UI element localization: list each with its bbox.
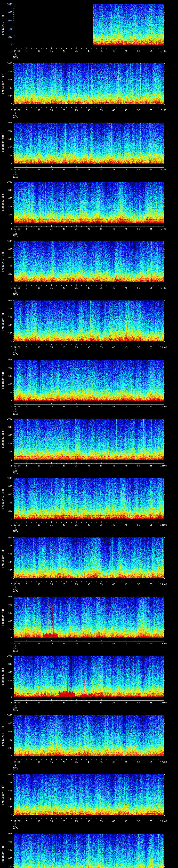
y-tick-label: 0 (4, 281, 12, 283)
y-tick-label: 800 (4, 189, 12, 191)
x-end-time-label: 5:00 (161, 50, 166, 52)
y-tick-label: 1000 (4, 3, 12, 5)
x-tick-label: 20 (63, 227, 65, 230)
x-end-time-label: 12:00 (160, 465, 167, 467)
x-tick-label: 10 (38, 227, 40, 230)
x-end-time-label: 11:00 (160, 405, 167, 408)
x-tick-label: 35 (100, 227, 103, 230)
x-tick-label: 5 (26, 168, 27, 170)
x-tick-label: 55 (150, 346, 153, 348)
spectrogram-heatmap (14, 360, 164, 401)
spectrogram-plot-area (14, 715, 164, 756)
y-axis-title: Frequency (Hz) (1, 656, 4, 697)
y-axis-title: Frequency (Hz) (1, 478, 4, 519)
y-tick-label: 400 (4, 798, 12, 800)
x-tick-label: 25 (75, 346, 78, 348)
x-tick-label: 35 (100, 702, 103, 704)
y-tick-label: 0 (4, 814, 12, 816)
x-end-time-label: 15:00 (160, 642, 167, 645)
y-tick-label: 1000 (4, 240, 12, 242)
spectrogram-heatmap (14, 419, 164, 460)
y-tick-label: 200 (4, 747, 12, 749)
y-tick-label: 400 (4, 620, 12, 622)
spectrogram-plot-area (14, 656, 164, 697)
spectrogram-panel: Frequency (Hz)100080060040020005:04:0051… (0, 0, 178, 59)
x-tick-label: 20 (63, 109, 65, 111)
spectrogram-plot-area (14, 537, 164, 579)
x-tick-label: 10 (38, 405, 40, 408)
y-tick-label: 400 (4, 206, 12, 208)
x-tick-label: 45 (125, 346, 127, 348)
spectrogram-heatmap (14, 656, 164, 697)
spectrogram-plot-area (14, 123, 164, 164)
y-tick-label: 600 (4, 612, 12, 614)
y-tick-label: 800 (4, 308, 12, 310)
x-tick-label: 20 (63, 642, 65, 645)
spectrogram-heatmap (14, 537, 164, 579)
y-tick-label: 0 (4, 44, 12, 46)
spectrogram-panel: Frequency (Hz)100080060040020005:14:0051… (0, 592, 178, 652)
x-tick-label: 45 (125, 761, 127, 763)
y-tick-label: 800 (4, 367, 12, 369)
x-tick-label: 20 (63, 524, 65, 526)
x-tick-label: 35 (100, 109, 103, 111)
y-tick-label: 1000 (4, 655, 12, 657)
x-tick-label: 15 (50, 109, 53, 111)
x-tick-label: 20 (63, 287, 65, 289)
y-tick-label: 200 (4, 806, 12, 808)
x-tick-label: 50 (137, 761, 140, 763)
x-tick-label: 30 (87, 168, 90, 170)
x-tick-label: 55 (150, 702, 153, 704)
y-axis-title: Frequency (Hz) (1, 241, 4, 282)
x-end-time-label: 18:00 (160, 820, 167, 823)
x-tick-label: 40 (113, 227, 115, 230)
date-label-line: 2015 (12, 294, 18, 296)
x-tick-label: 55 (150, 820, 153, 823)
x-tick-label: 10 (38, 761, 40, 763)
x-tick-label: 40 (113, 702, 115, 704)
x-start-time-label: 5:09:00 (11, 346, 21, 348)
y-tick-label: 1000 (4, 773, 12, 775)
spectrogram-plot-area (14, 834, 164, 868)
y-tick-label: 200 (4, 510, 12, 512)
x-end-time-label: 7:00 (161, 168, 166, 170)
y-tick-label: 0 (4, 459, 12, 461)
x-start-time-label: 5:05:00 (11, 109, 21, 111)
x-end-time-label: 14:00 (160, 583, 167, 585)
x-tick-label: 55 (150, 50, 153, 52)
x-tick-label: 45 (125, 820, 127, 823)
y-tick-label: 0 (4, 103, 12, 105)
x-tick-label: 30 (87, 50, 90, 52)
y-tick-label: 600 (4, 434, 12, 436)
x-tick-label: 5 (26, 524, 27, 526)
spectrogram-panel: Frequency (Hz)100080060040020005:17:0051… (0, 770, 178, 830)
x-tick-label: 25 (75, 168, 78, 170)
x-tick-label: 45 (125, 50, 127, 52)
x-tick-label: 10 (38, 524, 40, 526)
y-tick-label: 200 (4, 155, 12, 157)
spectrogram-plot-area (14, 241, 164, 282)
y-tick-label: 0 (4, 400, 12, 402)
spectrogram-heatmap (14, 597, 164, 638)
spectrogram-plot-area (14, 63, 164, 104)
x-tick-label: 5 (26, 642, 27, 645)
x-tick-label: 55 (150, 287, 153, 289)
x-tick-label: 30 (87, 761, 90, 763)
x-tick-label: 30 (87, 524, 90, 526)
x-tick-label: 10 (38, 465, 40, 467)
x-tick-label: 40 (113, 405, 115, 408)
x-tick-label: 35 (100, 50, 103, 52)
x-tick-label: 50 (137, 405, 140, 408)
x-tick-label: 5 (26, 583, 27, 585)
x-tick-label: 55 (150, 524, 153, 526)
x-tick-label: 45 (125, 642, 127, 645)
spectrogram-heatmap (14, 774, 164, 815)
spectrogram-heatmap (14, 301, 164, 341)
x-end-time-label: 16:00 (160, 702, 167, 704)
x-tick-label: 35 (100, 287, 103, 289)
spectrogram-plot-area (14, 419, 164, 460)
y-tick-label: 1000 (4, 714, 12, 716)
y-axis-title: Frequency (Hz) (1, 182, 4, 223)
x-tick-label: 35 (100, 524, 103, 526)
y-tick-label: 1000 (4, 596, 12, 598)
